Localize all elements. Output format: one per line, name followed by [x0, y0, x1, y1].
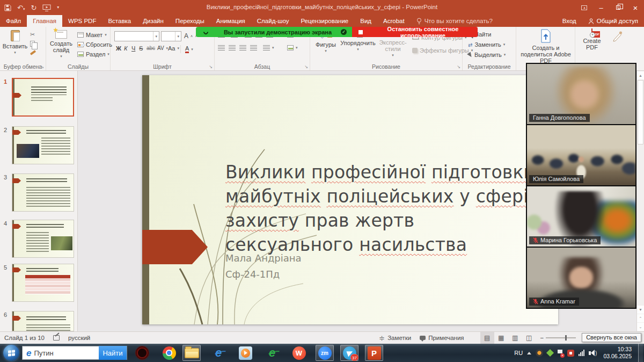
columns-button[interactable]: ▾ — [263, 45, 274, 50]
taskbar-app-zoom[interactable]: zm — [316, 345, 334, 361]
font-size-combobox[interactable]: ▾ — [161, 31, 181, 41]
slide-thumbnail-4[interactable] — [12, 220, 74, 258]
normal-view-button[interactable]: ▤ — [480, 332, 494, 344]
taskbar-app-media-player[interactable] — [236, 345, 254, 361]
tray-antivirus-icon[interactable] — [546, 349, 554, 357]
slide-subtitle[interactable]: Мала Андріана Сф-24-1Пд — [225, 250, 302, 283]
layout-button[interactable]: Макет▾ — [77, 32, 107, 38]
save-icon[interactable] — [4, 4, 11, 11]
next-slide-icon[interactable]: ⌄ — [637, 323, 644, 331]
select-button[interactable]: Выделить▾ — [468, 52, 506, 58]
taskbar-app-ie[interactable]: e — [209, 345, 228, 361]
share-button[interactable]: Общий доступ — [582, 15, 644, 27]
format-painter-button[interactable] — [30, 52, 36, 54]
justify-button[interactable] — [250, 45, 257, 50]
previous-slide-icon[interactable]: ⌃ — [637, 314, 644, 322]
taskbar-app-wps[interactable]: W — [290, 345, 308, 361]
show-desktop-button[interactable] — [638, 344, 643, 362]
tab-slideshow[interactable]: Слайд-шоу — [251, 15, 295, 27]
undo-icon[interactable]: ↶▾ — [17, 4, 25, 11]
reading-view-button[interactable]: ▥ — [508, 332, 522, 344]
cut-button[interactable]: ✂ — [30, 31, 35, 38]
replace-button[interactable]: ⇄Заменить▾ — [468, 41, 505, 48]
tab-home[interactable]: Главная — [27, 15, 62, 27]
align-left-button[interactable] — [218, 45, 225, 50]
taskbar-app-explorer[interactable] — [182, 345, 201, 361]
strikethrough-button[interactable]: S — [139, 45, 143, 52]
tray-expand-icon[interactable] — [527, 352, 531, 354]
volume-icon[interactable]: ) — [589, 350, 597, 356]
close-icon[interactable]: × — [627, 0, 644, 15]
keyboard-language-indicator[interactable]: RU — [514, 350, 523, 356]
acrobat-pen-button[interactable] — [609, 30, 627, 42]
taskbar-clock[interactable]: 10:33 03.06.2025 — [603, 346, 632, 360]
taskbar-app-chrome[interactable] — [160, 345, 178, 361]
taskbar-app-360-browser[interactable]: e — [263, 345, 281, 361]
slide-thumbnail-3[interactable] — [12, 173, 74, 212]
tray-security-icon[interactable] — [567, 350, 574, 357]
taskbar-app-telegram[interactable]: 37 — [340, 345, 358, 361]
tray-app-icon[interactable] — [536, 349, 543, 357]
action-center-flag-icon[interactable] — [557, 350, 563, 357]
font-name-combobox[interactable]: ▾ — [114, 31, 159, 41]
participant-video-4[interactable]: Anna Kramar — [527, 248, 635, 308]
spellcheck-button[interactable] — [49, 332, 64, 344]
paragraph-dialog-launcher-icon[interactable]: ↘ — [304, 64, 308, 69]
grow-font-button[interactable]: A˄ — [184, 32, 193, 40]
underline-button[interactable]: Ч — [131, 45, 135, 52]
taskbar-app-powerpoint[interactable]: P — [365, 345, 383, 361]
minimize-icon[interactable]: – — [592, 0, 610, 15]
new-slide-button[interactable]: Создать слайд ▾ — [48, 30, 74, 60]
convert-smartart-button[interactable]: ▾ — [287, 45, 298, 50]
slide-thumbnail-6[interactable] — [12, 311, 74, 331]
section-button[interactable]: Раздел▾ — [77, 51, 109, 57]
tab-design[interactable]: Дизайн — [137, 15, 170, 27]
create-pdf-button[interactable]: + Create PDF — [580, 29, 604, 50]
clipboard-dialog-launcher-icon[interactable]: ↘ — [40, 64, 44, 69]
slide-page[interactable]: Виклики професійної підготовки майбутніх… — [142, 75, 558, 324]
drawing-dialog-launcher-icon[interactable]: ↘ — [457, 64, 460, 69]
comments-button[interactable]: Примечания — [415, 332, 468, 344]
vertical-scrollbar[interactable]: ▲ ▼ ⌃ ⌄ — [636, 71, 644, 331]
slide-thumbnail-1[interactable] — [12, 78, 74, 117]
slideshow-view-button[interactable]: ◫ — [522, 332, 536, 344]
start-button[interactable] — [3, 345, 19, 361]
reset-button[interactable]: Сбросить — [77, 41, 112, 48]
tab-wps-pdf[interactable]: WPS PDF — [62, 15, 102, 27]
network-signal-icon[interactable] — [579, 350, 584, 356]
taskbar-app-camera[interactable] — [133, 345, 151, 361]
notes-button[interactable]: ≑Заметки — [375, 332, 415, 344]
ribbon-display-options-icon[interactable] — [575, 0, 592, 15]
participant-video-1[interactable]: Ганна Довгополова — [527, 64, 635, 124]
clear-formatting-button[interactable]: abc — [147, 45, 155, 51]
tab-file[interactable]: Файл — [0, 15, 27, 27]
italic-button[interactable]: К — [124, 45, 127, 52]
zoom-slider-thumb[interactable] — [565, 335, 567, 341]
copy-button[interactable] — [30, 41, 35, 47]
slide-thumbnail-2[interactable] — [12, 126, 74, 164]
tab-review[interactable]: Рецензирование — [295, 15, 354, 27]
language-indicator[interactable]: русский — [64, 332, 94, 344]
character-spacing-button[interactable]: AV▾ — [157, 45, 168, 51]
restore-icon[interactable] — [610, 0, 627, 15]
scroll-up-icon[interactable]: ▲ — [637, 71, 644, 79]
scrollbar-thumb[interactable] — [638, 80, 643, 144]
stop-share-button[interactable]: Остановить совместное использование — [352, 27, 478, 37]
slide-thumbnail-5[interactable] — [12, 264, 74, 302]
zoom-out-button[interactable]: − — [536, 332, 544, 344]
align-right-button[interactable] — [239, 45, 246, 50]
start-slideshow-icon[interactable] — [42, 4, 51, 11]
bold-button[interactable]: Ж — [116, 45, 121, 52]
sign-in-button[interactable]: Вход — [557, 15, 582, 27]
tab-transitions[interactable]: Переходы — [170, 15, 210, 27]
zoom-slider[interactable] — [546, 337, 576, 338]
tab-insert[interactable]: Вставка — [102, 15, 137, 27]
scroll-down-icon[interactable]: ▼ — [637, 306, 644, 314]
video-call-panel[interactable]: Ганна Довгополова Юлія Самойлова Марина … — [526, 63, 636, 309]
slide-sorter-view-button[interactable]: ▦ — [494, 332, 508, 344]
paste-button[interactable]: Вставить ▾ — [3, 30, 27, 56]
participant-video-2[interactable]: Юлія Самойлова — [527, 125, 635, 185]
redo-icon[interactable]: ↻ — [31, 4, 36, 11]
align-center-button[interactable] — [229, 45, 236, 50]
change-case-button[interactable]: Aa▾ — [168, 45, 179, 52]
